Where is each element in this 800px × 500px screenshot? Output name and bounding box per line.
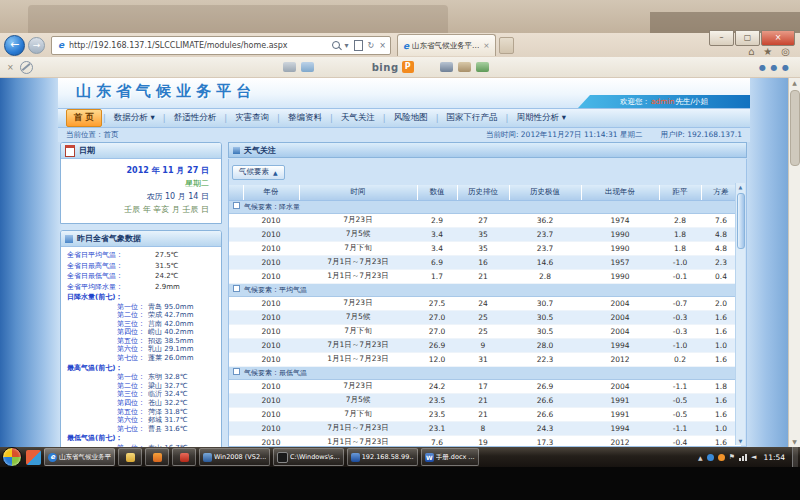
- cell: 21: [457, 269, 509, 283]
- maximize-button[interactable]: ▢: [735, 30, 760, 46]
- table-group-row-2[interactable]: 气候要素：最低气温: [229, 366, 741, 379]
- tray-app-icon[interactable]: [718, 454, 725, 461]
- nav-item-0[interactable]: 首 页: [66, 109, 102, 127]
- refresh-icon[interactable]: ↻: [368, 41, 375, 50]
- toolbar-icon-card[interactable]: [301, 62, 314, 72]
- cell: 2010: [243, 407, 299, 421]
- back-button[interactable]: ←: [4, 35, 25, 56]
- folder-icon: [126, 453, 135, 462]
- taskbar-button-1[interactable]: [118, 448, 142, 466]
- session-info: 当前时间: 2012年11月27日 11:14:31 星期二 用户IP: 192…: [486, 130, 742, 140]
- rank-label: 第六位：: [67, 345, 145, 354]
- weather-icon: [65, 235, 73, 243]
- nav-item-6[interactable]: 风险地图: [387, 110, 435, 126]
- cell: 17.3: [509, 435, 581, 447]
- browser-tab[interactable]: e 山东省气候业务平... ×: [397, 34, 496, 56]
- search-dropdown-icon[interactable]: ▾: [345, 41, 349, 50]
- bing-toolbar[interactable]: bing Ρ: [372, 61, 414, 73]
- page-scroll-down-icon[interactable]: ▼: [789, 437, 800, 447]
- forward-button[interactable]: →: [28, 37, 45, 54]
- window-controls: – ▢ ×: [708, 30, 795, 46]
- cell: 27.0: [417, 324, 457, 338]
- expand-checkbox-icon[interactable]: [233, 202, 240, 209]
- tab-close-icon[interactable]: ×: [483, 41, 489, 50]
- page-scroll-thumb[interactable]: [790, 90, 800, 166]
- nav-item-7[interactable]: 国家下行产品: [440, 110, 505, 126]
- toolbar-icon-camera[interactable]: [440, 62, 453, 72]
- page-scroll-up-icon[interactable]: ▲: [789, 78, 800, 88]
- nav-item-4[interactable]: 整编资料: [281, 110, 329, 126]
- taskbar-clock[interactable]: 11:54: [763, 453, 785, 462]
- compatibility-view-icon[interactable]: [354, 40, 363, 51]
- table-row: 20107月下旬3.43523.719901.84.8: [229, 241, 741, 255]
- toolbar-close-icon[interactable]: ×: [7, 63, 14, 72]
- tray-network-globe-icon[interactable]: [707, 454, 714, 461]
- cell: 2010: [243, 310, 299, 324]
- cell: 23.7: [509, 241, 581, 255]
- browser-scrollbar[interactable]: ▲ ▼: [788, 78, 800, 447]
- stop-icon[interactable]: ×: [379, 41, 386, 50]
- action-center-flag-icon[interactable]: ⚑: [729, 453, 735, 461]
- favorites-star-icon[interactable]: ★: [763, 46, 772, 57]
- group-checkbox-cell[interactable]: [229, 200, 243, 213]
- close-button[interactable]: ×: [761, 30, 795, 46]
- toolbar-more-icon[interactable]: ● ● ●: [759, 63, 790, 72]
- show-desktop-button[interactable]: [792, 447, 798, 467]
- task-label: C:\Windows\s...: [290, 453, 340, 461]
- volume-icon[interactable]: ◄: [751, 453, 756, 461]
- column-header-4: 历史极值: [509, 185, 581, 201]
- toolbar-icon-user[interactable]: [458, 62, 471, 72]
- table-group-row-1[interactable]: 气候要素：平均气温: [229, 283, 741, 296]
- climate-element-button[interactable]: 气候要素 ▲: [232, 165, 285, 180]
- url-text[interactable]: http://192.168.137.1/SLCCLIMATE/modules/…: [69, 41, 328, 50]
- group-checkbox-cell[interactable]: [229, 283, 243, 296]
- cell: 7月5候: [299, 310, 417, 324]
- home-icon[interactable]: ⌂: [748, 46, 754, 57]
- scroll-up-icon[interactable]: ▲: [736, 183, 745, 191]
- cell: 1990: [581, 269, 659, 283]
- nav-item-2[interactable]: 舒适性分析: [167, 110, 224, 126]
- taskbar-button-6[interactable]: 192.168.58.99...: [347, 448, 418, 466]
- toolbar-icon-mail[interactable]: [283, 62, 296, 72]
- minimize-button[interactable]: –: [709, 30, 734, 46]
- background-window: [28, 5, 448, 33]
- cell: -1.1: [659, 379, 701, 393]
- expand-checkbox-icon[interactable]: [233, 368, 240, 375]
- address-bar[interactable]: e http://192.168.137.1/SLCCLIMATE/module…: [51, 36, 391, 55]
- toolbar-icon-share[interactable]: [476, 62, 489, 72]
- date-panel-header: 日期: [61, 143, 221, 159]
- nav-item-3[interactable]: 灾害查询: [228, 110, 276, 126]
- rank-label: 第五位：: [67, 408, 145, 417]
- nav-item-5[interactable]: 天气关注: [334, 110, 382, 126]
- cell: 8: [457, 421, 509, 435]
- taskbar-button-3[interactable]: [172, 448, 196, 466]
- nav-item-1[interactable]: 数据分析 ▾: [107, 110, 162, 126]
- table-scroll-thumb[interactable]: [737, 193, 745, 249]
- bing-search-icon[interactable]: Ρ: [402, 61, 414, 73]
- taskbar-button-7[interactable]: W手册.docx ...: [421, 448, 479, 466]
- table-scrollbar[interactable]: ▲ ▼: [735, 183, 745, 445]
- tray-expand-icon[interactable]: ▲: [698, 454, 703, 461]
- taskbar-button-4[interactable]: Win2008 (VS2...: [199, 448, 270, 466]
- start-button[interactable]: [2, 447, 22, 467]
- scroll-down-icon[interactable]: ▼: [736, 437, 745, 445]
- cell: 1957: [581, 255, 659, 269]
- taskbar-button-0[interactable]: e山东省气候业务平...: [44, 448, 115, 466]
- taskbar-button-2[interactable]: [145, 448, 169, 466]
- table-group-row-0[interactable]: 气候要素：降水量: [229, 200, 741, 213]
- cell: 1991: [581, 393, 659, 407]
- search-icon[interactable]: [332, 41, 340, 49]
- cell: -0.4: [659, 435, 701, 447]
- settings-gear-icon[interactable]: ◎: [781, 46, 790, 57]
- nav-item-8[interactable]: 周期性分析 ▾: [509, 110, 572, 126]
- column-header-3: 历史排位: [457, 185, 509, 201]
- cell: 7月5候: [299, 227, 417, 241]
- group-checkbox-cell[interactable]: [229, 366, 243, 379]
- cell: -0.1: [659, 269, 701, 283]
- network-status-icon[interactable]: [739, 454, 747, 461]
- taskbar-button-5[interactable]: C:\Windows\s...: [273, 448, 344, 466]
- expand-checkbox-icon[interactable]: [233, 285, 240, 292]
- content-area: 日期 2012 年 11 月 27 日 星期二 农历 10 月 14 日 壬辰 …: [58, 140, 750, 447]
- pinned-app-icon[interactable]: [26, 450, 41, 465]
- new-tab-button[interactable]: [499, 37, 514, 54]
